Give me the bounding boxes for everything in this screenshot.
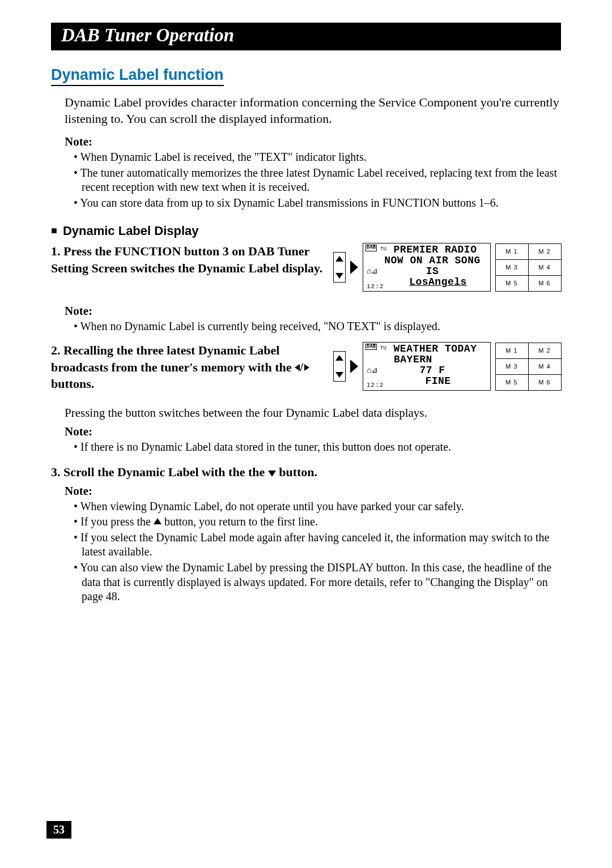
intro-notes: When Dynamic Label is received, the "TEX… bbox=[74, 150, 561, 210]
step-3: 3. Scroll the Dynamic Label with the the… bbox=[51, 465, 561, 480]
chapter-title: DAB Tuner Operation bbox=[51, 23, 561, 50]
lcd-screen: DAB TU ⌂⊿ 12:2 PREMIER RADIO NOW ON AIR … bbox=[363, 243, 491, 292]
note-item: If you press the button, you return to t… bbox=[74, 515, 561, 529]
preset-button[interactable]: M 2 bbox=[528, 343, 562, 359]
step1-notes: When no Dynamic Label is currently being… bbox=[74, 319, 561, 334]
note-item: If there is no Dynamic Label data stored… bbox=[74, 440, 561, 455]
down-arrow-icon bbox=[268, 465, 276, 479]
page-number: 53 bbox=[46, 821, 71, 839]
preset-grid: M 1 M 2 M 3 M 4 M 5 M 6 bbox=[495, 243, 561, 291]
note-item: You can also view the Dynamic Label by p… bbox=[74, 561, 561, 604]
preset-button[interactable]: M 1 bbox=[495, 243, 529, 260]
note-item: When Dynamic Label is received, the "TEX… bbox=[74, 150, 561, 165]
display-illustration-2: DAB TU ⌂⊿ 12:2 WEATHER TODAY BAYERN 77 F… bbox=[333, 342, 561, 391]
step-2: 2. Recalling the three latest Dynamic La… bbox=[51, 342, 323, 392]
preset-button[interactable]: M 6 bbox=[528, 374, 562, 391]
left-right-arrow-icon: / bbox=[295, 360, 309, 374]
step3-notes: When viewing Dynamic Label, do not opera… bbox=[74, 499, 561, 604]
preset-button[interactable]: M 6 bbox=[528, 275, 562, 292]
step-1: 1. Press the FUNCTION button 3 on DAB Tu… bbox=[51, 243, 323, 276]
note-item: The tuner automatically memorizes the th… bbox=[74, 166, 561, 195]
up-arrow-icon bbox=[154, 515, 162, 528]
step2-notes: If there is no Dynamic Label data stored… bbox=[74, 440, 561, 455]
step2-followup: Pressing the button switches between the… bbox=[65, 406, 561, 420]
note-label: Note: bbox=[65, 304, 561, 318]
note-label: Note: bbox=[65, 425, 561, 439]
lcd-screen: DAB TU ⌂⊿ 12:2 WEATHER TODAY BAYERN 77 F… bbox=[363, 342, 491, 391]
preset-button[interactable]: M 4 bbox=[528, 358, 562, 375]
note-item: If you select the Dynamic Label mode aga… bbox=[74, 531, 561, 559]
preset-button[interactable]: M 4 bbox=[528, 259, 562, 276]
nav-arrows-icon bbox=[333, 252, 346, 283]
intro-text: Dynamic Label provides character informa… bbox=[65, 94, 561, 127]
preset-button[interactable]: M 1 bbox=[495, 343, 529, 359]
play-icon bbox=[350, 260, 358, 274]
play-icon bbox=[350, 360, 358, 373]
note-item: When viewing Dynamic Label, do not opera… bbox=[74, 499, 561, 514]
nav-arrows-icon bbox=[333, 351, 346, 382]
preset-button[interactable]: M 5 bbox=[495, 374, 529, 391]
preset-grid: M 1 M 2 M 3 M 4 M 5 M 6 bbox=[495, 343, 561, 390]
preset-button[interactable]: M 2 bbox=[528, 243, 562, 260]
note-label: Note: bbox=[65, 135, 561, 149]
preset-button[interactable]: M 3 bbox=[495, 358, 529, 375]
preset-button[interactable]: M 5 bbox=[495, 275, 529, 292]
note-label: Note: bbox=[65, 484, 561, 498]
preset-button[interactable]: M 3 bbox=[495, 259, 529, 276]
sub-heading: ■Dynamic Label Display bbox=[51, 224, 561, 238]
note-item: When no Dynamic Label is currently being… bbox=[74, 319, 561, 334]
note-item: You can store data from up to six Dynami… bbox=[74, 196, 561, 211]
section-title: Dynamic Label function bbox=[51, 66, 224, 86]
display-illustration-1: DAB TU ⌂⊿ 12:2 PREMIER RADIO NOW ON AIR … bbox=[333, 243, 561, 292]
